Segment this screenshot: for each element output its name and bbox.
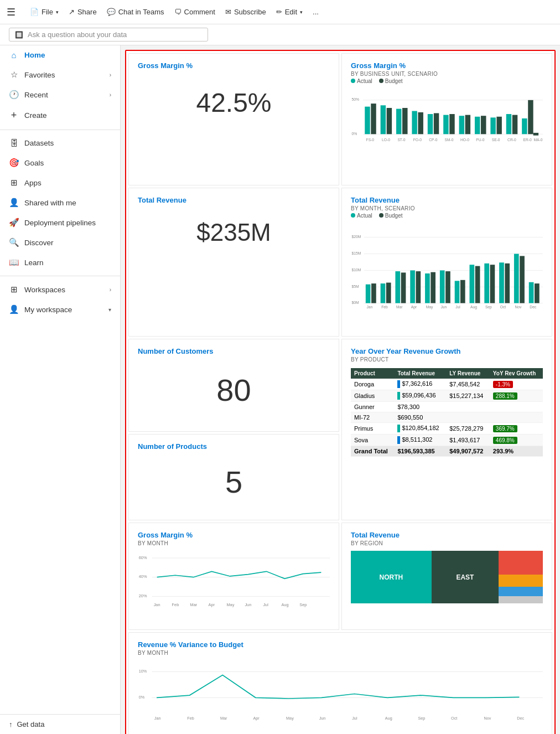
file-menu[interactable]: 📄 File ▾ bbox=[30, 8, 59, 16]
sidebar-item-apps[interactable]: ⊞ Apps bbox=[0, 173, 120, 193]
table-row: MI-72 $690,550 bbox=[351, 412, 543, 423]
gross-margin-card: Gross Margin % 42.5% bbox=[128, 53, 339, 185]
treemap-north: NORTH bbox=[351, 551, 432, 603]
treemap-region-3 bbox=[499, 551, 543, 575]
svg-rect-7 bbox=[387, 108, 392, 134]
chevron-icon: › bbox=[110, 72, 111, 78]
svg-rect-69 bbox=[514, 254, 519, 303]
home-icon: ⌂ bbox=[9, 50, 19, 60]
subscribe-icon: ✉ bbox=[225, 8, 231, 16]
yoy-revenue-card: Year Over Year Revenue Growth BY PRODUCT… bbox=[341, 339, 552, 520]
svg-text:Apr: Apr bbox=[209, 602, 215, 607]
svg-text:MA-0: MA-0 bbox=[533, 138, 542, 142]
svg-text:0%: 0% bbox=[139, 695, 145, 700]
sidebar-item-create[interactable]: + Create bbox=[0, 105, 120, 126]
col-product: Product bbox=[351, 368, 394, 379]
sidebar-item-learn[interactable]: 📖 Learn bbox=[0, 252, 120, 272]
svg-rect-21 bbox=[496, 117, 501, 135]
learn-icon: 📖 bbox=[9, 257, 19, 267]
yoy-subtitle: BY PRODUCT bbox=[351, 356, 543, 363]
sidebar-item-workspaces[interactable]: ⊞ Workspaces › bbox=[0, 280, 120, 299]
subscribe-button[interactable]: ✉ Subscribe bbox=[225, 8, 266, 16]
svg-text:Aug: Aug bbox=[470, 305, 477, 309]
svg-rect-50 bbox=[371, 283, 376, 303]
sidebar-item-shared[interactable]: 👤 Shared with me bbox=[0, 193, 120, 213]
num-customers-value: 80 bbox=[138, 356, 330, 423]
get-data-icon: ↑ bbox=[9, 720, 13, 728]
svg-rect-59 bbox=[440, 270, 445, 303]
svg-text:LO-0: LO-0 bbox=[382, 138, 390, 142]
svg-rect-13 bbox=[434, 113, 439, 134]
get-data-button[interactable]: ↑ Get data bbox=[0, 714, 120, 734]
qa-bar: 🔲 Ask a question about your data bbox=[0, 24, 560, 45]
sidebar-item-home[interactable]: ⌂ Home bbox=[0, 45, 120, 65]
more-options-button[interactable]: ... bbox=[313, 8, 319, 16]
dashboard-container: Gross Margin % 42.5% Gross Margin % BY B… bbox=[125, 50, 556, 734]
svg-text:Sep: Sep bbox=[418, 716, 425, 721]
svg-text:FS-0: FS-0 bbox=[366, 138, 375, 142]
content-area: Gross Margin % 42.5% Gross Margin % BY B… bbox=[121, 45, 560, 734]
gross-margin-title: Gross Margin % bbox=[138, 61, 330, 70]
svg-rect-65 bbox=[484, 263, 489, 303]
svg-rect-71 bbox=[529, 282, 534, 303]
svg-rect-55 bbox=[410, 270, 415, 303]
svg-rect-64 bbox=[475, 266, 480, 303]
sidebar-item-discover[interactable]: 🔍 Discover bbox=[0, 232, 120, 252]
qa-placeholder: Ask a question about your data bbox=[28, 30, 127, 39]
svg-text:$5M: $5M bbox=[352, 285, 359, 288]
variance-line-chart: 10% 0% Jan Feb Mar Apr May Jun Jul bbox=[138, 657, 543, 734]
legend-item: Budget bbox=[379, 78, 403, 84]
sidebar-item-favorites[interactable]: ☆ Favorites › bbox=[0, 65, 120, 85]
svg-rect-5 bbox=[371, 104, 376, 134]
svg-text:60%: 60% bbox=[139, 555, 147, 560]
treemap-others bbox=[499, 551, 543, 603]
svg-text:CR-0: CR-0 bbox=[507, 138, 516, 142]
sidebar: ⌂ Home ☆ Favorites › 🕐 Recent › + Create… bbox=[0, 45, 121, 734]
svg-rect-54 bbox=[401, 272, 406, 303]
sidebar-item-deployment[interactable]: 🚀 Deployment pipelines bbox=[0, 213, 120, 232]
num-customers-title: Number of Customers bbox=[138, 347, 330, 355]
svg-text:$10M: $10M bbox=[352, 268, 361, 272]
total-revenue-region-card: Total Revenue BY REGION NORTH EAST bbox=[341, 523, 552, 630]
svg-rect-16 bbox=[459, 116, 464, 134]
gross-margin-bu-chart: 50% 0% bbox=[351, 86, 543, 175]
chevron-icon: ▾ bbox=[108, 307, 111, 313]
sidebar-item-recent[interactable]: 🕐 Recent › bbox=[0, 85, 120, 105]
svg-rect-4 bbox=[365, 107, 370, 135]
num-products-value: 5 bbox=[138, 452, 330, 512]
svg-text:Jul: Jul bbox=[352, 716, 357, 721]
qa-input[interactable]: 🔲 Ask a question about your data bbox=[9, 28, 208, 42]
revenue-variance-card: Revenue % Variance to Budget BY MONTH 10… bbox=[128, 632, 552, 734]
gm-month-subtitle: BY MONTH bbox=[138, 540, 330, 546]
svg-text:HO-0: HO-0 bbox=[460, 138, 469, 142]
sidebar-item-my-workspace[interactable]: 👤 My workspace ▾ bbox=[0, 299, 120, 319]
create-icon: + bbox=[9, 110, 19, 121]
legend-item-actual: Actual bbox=[351, 213, 372, 219]
svg-rect-12 bbox=[428, 114, 433, 134]
svg-rect-63 bbox=[470, 265, 475, 303]
revenue-region-subtitle: BY REGION bbox=[351, 540, 543, 546]
sidebar-item-goals[interactable]: 🎯 Goals bbox=[0, 153, 120, 173]
topbar: ☰ 📄 File ▾ ↗ Share 💬 Chat in Teams 🗨 Com… bbox=[0, 0, 560, 24]
legend-revenue: Actual Budget bbox=[351, 213, 543, 219]
table-row-total: Grand Total $196,593,385 $49,907,572 293… bbox=[351, 446, 543, 457]
share-icon: ↗ bbox=[69, 8, 75, 16]
svg-text:Mar: Mar bbox=[396, 305, 403, 309]
svg-text:10%: 10% bbox=[139, 669, 147, 674]
hamburger-icon[interactable]: ☰ bbox=[7, 6, 15, 18]
chat-teams-button[interactable]: 💬 Chat in Teams bbox=[107, 8, 164, 16]
sidebar-item-datasets[interactable]: 🗄 Datasets bbox=[0, 133, 120, 153]
svg-text:Sep: Sep bbox=[485, 305, 492, 309]
svg-text:0%: 0% bbox=[352, 132, 357, 136]
share-button[interactable]: ↗ Share bbox=[69, 8, 97, 16]
comment-button[interactable]: 🗨 Comment bbox=[174, 8, 215, 16]
svg-text:50%: 50% bbox=[352, 97, 359, 101]
svg-text:Jul: Jul bbox=[455, 305, 460, 309]
my-workspace-icon: 👤 bbox=[9, 304, 19, 314]
variance-title: Revenue % Variance to Budget bbox=[138, 640, 543, 649]
table-row: Sova $8,511,302 $1,493,617 469.8% bbox=[351, 435, 543, 446]
edit-button[interactable]: ✏ Edit ▾ bbox=[276, 8, 303, 16]
treemap: NORTH EAST bbox=[351, 551, 543, 603]
svg-rect-62 bbox=[460, 280, 465, 303]
svg-text:ER-0: ER-0 bbox=[523, 138, 532, 142]
